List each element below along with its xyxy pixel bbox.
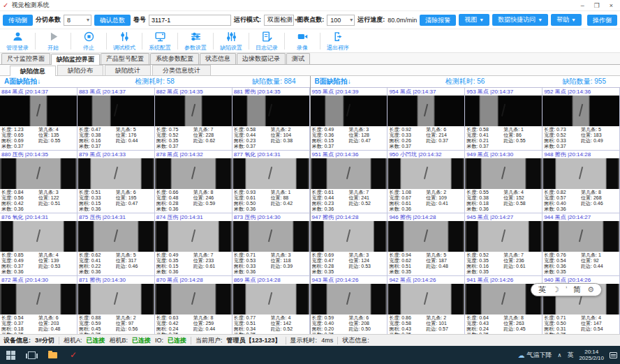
defect-cell[interactable]: 943 黑点 |20:14:26长度: 0.59宽度: 0.40面积: 0.20… [311, 276, 388, 334]
defect-cell[interactable]: 948 擦伤 |20:14:28长度: 0.82宽度: 0.57面积: 0.40… [542, 151, 620, 213]
defect-cell[interactable]: 952 黑点 |20:14:36长度: 0.73宽度: 0.52面积: 0.33… [542, 88, 620, 151]
start-button[interactable] [0, 346, 21, 364]
defect-info-right: 第几条: 6位置: 203距边: 0.48 [38, 315, 75, 334]
ribbon-params-button[interactable]: 参数设置 [179, 31, 212, 52]
ribbon-defect-button[interactable]: 缺陷设置 [215, 31, 247, 52]
ribbon-separator [213, 33, 214, 50]
defect-field-value: 1 [519, 127, 524, 132]
main-tab-6[interactable]: 测试 [286, 53, 310, 64]
defect-cell[interactable]: 947 擦伤 |20:14:28长度: 0.69宽度: 0.47面积: 0.28… [311, 213, 388, 276]
defect-cell[interactable]: 954 黑点 |20:14:37长度: 0.92宽度: 0.33面积: 0.26… [388, 88, 465, 151]
defect-cell[interactable]: 950 小凹坑 |20:14:32长度: 1.08宽度: 0.67面积: 0.6… [388, 151, 465, 213]
main-tab-3[interactable]: 系统参数配置 [150, 53, 199, 64]
defect-cell[interactable]: 949 黑点 |20:14:30长度: 0.55宽度: 0.38面积: 0.18… [465, 151, 542, 213]
panel-b-detect-time: 检测耗时: 56 [418, 77, 512, 86]
defect-field-value: 101 [437, 321, 447, 326]
defect-cell[interactable]: 884 黑点 |20:14:37长度: 1.23宽度: 0.65面积: 0.69… [0, 88, 78, 151]
state-info-label: 状态信息: [342, 336, 369, 345]
defect-field-label: 宽度: [466, 132, 478, 137]
defect-cell[interactable]: 870 黑点 |20:14:28长度: 0.63宽度: 0.42面积: 0.24… [155, 276, 232, 334]
tray-expand-chevron-icon[interactable]: ∧ [558, 352, 562, 358]
defect-field: 第几条: 8 [193, 315, 230, 321]
sub-tab-3[interactable]: 分类信息统计 [152, 65, 211, 75]
defect-cell[interactable]: 876 氧化 |20:14:31长度: 0.85宽度: 0.49面积: 0.37… [0, 213, 78, 276]
roll-number-input[interactable] [149, 15, 231, 26]
data-quick-access-menu-button[interactable]: 数据快捷访问 [492, 14, 548, 26]
help-menu-button[interactable]: 帮助 [551, 14, 582, 26]
defect-field-value: 0.61 [515, 264, 526, 268]
ribbon-camera-button[interactable]: 录像 [286, 31, 318, 52]
defect-cell[interactable]: 883 黑点 |20:14:37长度: 0.47宽度: 0.38面积: 0.16… [78, 88, 155, 151]
defect-field: 米数: 0.35 [389, 269, 426, 275]
defect-cell[interactable]: 945 黑点 |20:14:27长度: 0.52宽度: 0.35面积: 0.16… [465, 213, 542, 276]
ime-lang-en[interactable]: 英 [538, 284, 546, 296]
clear-alarm-button[interactable]: 清除报警 [420, 15, 456, 26]
defect-field: 第几条: 5 [581, 127, 618, 132]
drive-side-button[interactable]: 传动侧 [3, 15, 33, 26]
defect-field-value: 0.54 [13, 315, 24, 320]
ime-simplified[interactable]: 简 [573, 284, 581, 296]
close-button[interactable]: × [610, 2, 613, 9]
defect-cell[interactable]: 869 黑点 |20:14:28长度: 0.77宽度: 0.51面积: 0.34… [232, 276, 310, 334]
ribbon-exit-button[interactable]: 退出程序 [322, 31, 354, 52]
defect-field-label: 位置: [271, 195, 282, 200]
taskbar-language-indicator[interactable]: 英 [567, 351, 573, 360]
weather-widget[interactable]: ☁ 气温下降 [518, 351, 552, 360]
defect-cell[interactable]: 944 黑点 |20:14:27长度: 0.76宽度: 0.54面积: 0.36… [542, 213, 620, 276]
defect-cell[interactable]: 878 黑点 |20:14:32长度: 0.66宽度: 0.48面积: 0.28… [155, 151, 232, 213]
defect-cell[interactable]: 881 擦伤 |20:14:35长度: 0.58宽度: 0.44面积: 0.23… [232, 88, 310, 151]
defect-field-label: 长度: [79, 127, 90, 132]
operate-side-button[interactable]: 操作侧 [587, 15, 617, 26]
defect-cell[interactable]: 951 黑点 |20:14:36长度: 0.61宽度: 0.44面积: 0.23… [311, 151, 388, 213]
sub-tab-1[interactable]: 缺陷分布 [57, 65, 103, 75]
defect-field-value: 0.52 [555, 132, 566, 137]
confirm-total-button[interactable]: 确认总数 [94, 15, 131, 26]
defect-cell[interactable]: 877 氧化 |20:14:31长度: 0.93宽度: 0.61面积: 0.50… [232, 151, 310, 213]
defect-field-value: 183 [592, 132, 602, 137]
defect-cell[interactable]: 875 压伤 |20:14:31长度: 0.62宽度: 0.41面积: 0.22… [78, 213, 155, 276]
defect-cell[interactable]: 942 黑点 |20:14:26长度: 0.86宽度: 0.58面积: 0.43… [388, 276, 465, 334]
ime-punct-icon[interactable]: ’ [566, 284, 567, 296]
detection-app-taskbar-button[interactable]: ✓ [63, 346, 84, 364]
notification-center-icon[interactable] [610, 352, 617, 358]
sub-tab-0[interactable]: 缺陷信息 [10, 66, 56, 76]
defect-cell[interactable]: 946 擦伤 |20:14:28长度: 0.94宽度: 0.62面积: 0.51… [388, 213, 465, 276]
main-tab-5[interactable]: 边缘数据记录 [237, 53, 286, 64]
taskbar-clock[interactable]: 20:14 2025/2/10 [579, 349, 604, 361]
ribbon-user-button[interactable]: 管理登录 [1, 31, 34, 52]
defect-field-label: 米数: [79, 269, 90, 274]
ribbon-play-button[interactable]: 开始 [37, 31, 69, 52]
defect-cell[interactable]: 872 黑点 |20:14:30长度: 0.54宽度: 0.37面积: 0.18… [0, 276, 78, 334]
main-tab-0[interactable]: 尺寸监控界面 [1, 53, 50, 64]
task-view-button[interactable] [21, 346, 42, 364]
defect-cell[interactable]: 953 黑点 |20:14:37长度: 0.58宽度: 0.41面积: 0.21… [465, 88, 542, 151]
run-mode-select[interactable]: 双面检测 [264, 15, 294, 26]
ribbon-stop-button[interactable]: 停止 [73, 31, 105, 52]
ime-settings-icon[interactable]: ⚙ [587, 284, 594, 296]
minimize-button[interactable]: – [581, 2, 584, 9]
defect-cell[interactable]: 955 黑点 |20:14:39长度: 0.49宽度: 0.36面积: 0.15… [311, 88, 388, 151]
ime-night-icon[interactable]: ☽ [552, 284, 559, 296]
defect-cell[interactable]: 879 黑点 |20:14:33长度: 0.51宽度: 0.33面积: 0.15… [78, 151, 155, 213]
defect-info-right: 第几条: 2位置: 97距边: 0.56 [116, 315, 153, 334]
defect-cell[interactable]: 941 黑点 |20:14:26长度: 0.64宽度: 0.43面积: 0.24… [465, 276, 542, 334]
ribbon-log-button[interactable]: 日志记录 [251, 31, 283, 52]
split-count-select[interactable]: 8 [64, 15, 91, 26]
defect-cell[interactable]: 874 压伤 |20:14:31长度: 0.49宽度: 0.35面积: 0.15… [155, 213, 232, 276]
defect-cell[interactable]: 880 压伤 |20:14:35长度: 0.84宽度: 0.56面积: 0.42… [0, 151, 78, 213]
file-explorer-button[interactable] [42, 346, 63, 364]
defect-cell[interactable]: 871 擦伤 |20:14:30长度: 0.88宽度: 0.59面积: 0.45… [78, 276, 155, 334]
sub-tab-2[interactable]: 缺陷统计 [105, 65, 151, 75]
defect-cell-header: 943 黑点 |20:14:26 [311, 276, 388, 284]
main-tab-1[interactable]: 缺陷监控界面 [51, 54, 100, 65]
maximize-button[interactable]: ❐ [594, 2, 600, 9]
defect-cell[interactable]: 873 压伤 |20:14:30长度: 0.71宽度: 0.53面积: 0.33… [232, 213, 310, 276]
view-menu-button[interactable]: 视图 [459, 14, 489, 26]
main-tab-4[interactable]: 状态信息 [200, 53, 236, 64]
ribbon-monitor-button[interactable]: 系统配置 [144, 31, 176, 52]
main-tab-2[interactable]: 产品型号配置 [101, 53, 149, 64]
defect-cell[interactable]: 882 黑点 |20:14:35长度: 0.75宽度: 0.52面积: 0.35… [155, 88, 232, 151]
defect-field: 长度: 0.63 [156, 315, 193, 321]
ribbon-debug-button[interactable]: 调试模式 [108, 31, 140, 52]
chart-points-select[interactable]: 100 [327, 15, 355, 26]
